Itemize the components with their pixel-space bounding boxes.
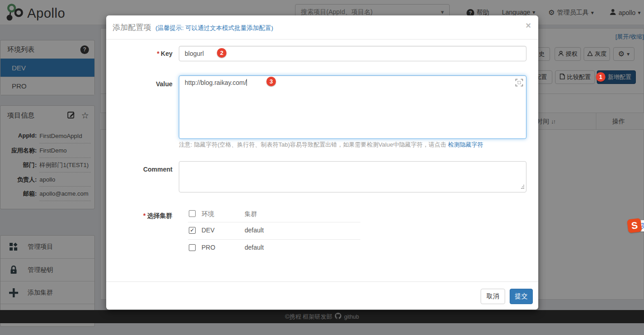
modal-footer: 取消 提交: [106, 281, 538, 310]
annotation-badge-2: 2: [217, 48, 226, 58]
page: Apollo 搜索项目(AppId、项目名) ▾ ? 帮助 Language ▾…: [0, 0, 644, 335]
close-icon[interactable]: ×: [526, 21, 531, 30]
annotation-badge-1: 1: [596, 72, 605, 82]
key-input[interactable]: blogurl: [179, 46, 526, 61]
checkbox-unchecked[interactable]: [189, 244, 196, 251]
comment-label: Comment: [106, 166, 172, 173]
cluster-table-header: 环境 集群: [188, 208, 360, 222]
cluster-label: *选择集群: [106, 212, 172, 220]
add-config-modal: 添加配置项 (温馨提示: 可以通过文本模式批量添加配置) × *Key blog…: [106, 15, 538, 310]
text-cursor: [246, 79, 247, 86]
cluster-row-dev[interactable]: ✓ DEV default: [188, 222, 360, 240]
cancel-button[interactable]: 取消: [481, 289, 505, 304]
column-env: 环境: [202, 210, 214, 218]
submit-button[interactable]: 提交: [510, 289, 533, 304]
column-cluster: 集群: [245, 210, 257, 218]
fullscreen-expand-icon[interactable]: [515, 79, 523, 87]
checkbox-checked[interactable]: ✓: [189, 227, 196, 234]
select-all-checkbox[interactable]: [189, 210, 196, 217]
comment-textarea[interactable]: [179, 161, 526, 192]
required-asterisk: *: [157, 50, 159, 57]
modal-header: 添加配置项 (温馨提示: 可以通过文本模式批量添加配置) ×: [106, 15, 538, 39]
value-textarea[interactable]: http://blog.raikay.com/: [179, 75, 526, 139]
cluster-row-pro[interactable]: PRO default: [188, 240, 360, 257]
modal-title-hint: (温馨提示: 可以通过文本模式批量添加配置): [155, 25, 273, 31]
modal-title: 添加配置项: [113, 23, 151, 32]
cluster-table: 环境 集群 ✓ DEV default PRO default: [188, 208, 360, 257]
hidden-char-note: 注意: 隐藏字符(空格、换行符、制表符Tab)容易导致配置出错，如果需要检测Va…: [179, 141, 483, 149]
value-label: Value: [106, 80, 172, 88]
sogou-icon[interactable]: S: [627, 218, 642, 233]
annotation-badge-3: 3: [266, 77, 276, 86]
detect-hidden-chars-link[interactable]: 检测隐藏字符: [448, 141, 483, 148]
resize-grip-icon[interactable]: [520, 182, 525, 191]
key-label: *Key: [106, 50, 172, 57]
required-asterisk: *: [143, 212, 146, 219]
